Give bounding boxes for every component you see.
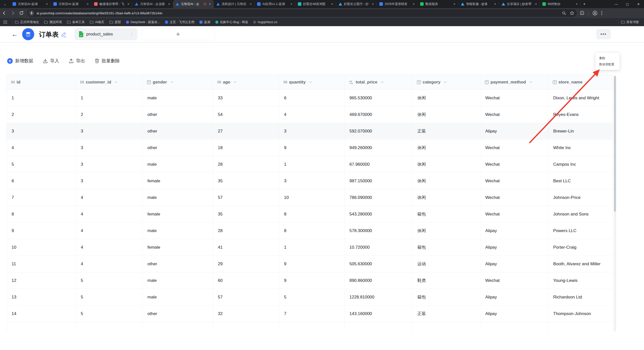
table-cell[interactable]: 12: [7, 272, 76, 289]
table-cell[interactable]: male: [142, 272, 213, 289]
tab-close-icon[interactable]: ✕: [208, 2, 212, 6]
tab-close-icon[interactable]: ✕: [45, 2, 49, 6]
chevron-down-icon[interactable]: [586, 81, 589, 83]
table-cell[interactable]: 4: [76, 256, 142, 272]
table-cell[interactable]: Johnson and Sons: [548, 206, 612, 223]
table-cell[interactable]: 57: [213, 189, 279, 206]
table-cell[interactable]: 箱包: [412, 239, 480, 256]
more-actions-button[interactable]: •••: [596, 29, 611, 39]
browser-tab[interactable]: 元智启AI - 企✕: [173, 0, 214, 8]
tab-close-icon[interactable]: ✕: [167, 2, 171, 6]
tab-close-icon[interactable]: ✕: [371, 2, 375, 6]
add-circle-button[interactable]: 新增数据: [7, 58, 33, 64]
column-header-category[interactable]: category: [412, 75, 480, 90]
column-header-age[interactable]: age: [213, 75, 279, 90]
trash-button[interactable]: 批量删除: [95, 58, 120, 64]
table-cell[interactable]: 505.630000: [344, 256, 412, 272]
chevron-down-icon[interactable]: [233, 81, 236, 83]
table-cell[interactable]: Dixon, Lewis and Wright: [548, 90, 612, 106]
tab-close-icon[interactable]: ✕: [575, 2, 579, 6]
table-cell[interactable]: 2: [7, 106, 76, 123]
tab-close-icon[interactable]: ✕: [127, 2, 130, 6]
table-cell[interactable]: 10: [7, 239, 76, 256]
table-cell[interactable]: other: [142, 256, 213, 272]
table-cell[interactable]: Porter-Craig: [548, 239, 612, 256]
table-cell[interactable]: 休闲: [412, 140, 480, 156]
table-cell[interactable]: 35: [213, 173, 279, 189]
browser-tab[interactable]: 元智启AI-蓝湖✕: [10, 0, 51, 8]
table-cell[interactable]: 5: [7, 156, 76, 173]
tab-close-icon[interactable]: ✕: [330, 2, 334, 6]
table-cell[interactable]: 9: [279, 272, 344, 289]
bookmark-item[interactable]: DeepSeek - 探索未...: [126, 20, 160, 24]
table-cell[interactable]: Booth, Alvarez and Miller: [548, 256, 612, 272]
table-cell[interactable]: 正装: [412, 305, 480, 322]
close-button[interactable]: ✕: [633, 0, 644, 8]
browser-tab[interactable]: 敏捷项目管理 - 飞✕: [92, 0, 132, 8]
table-cell[interactable]: female: [142, 239, 213, 256]
table-cell[interactable]: 5: [76, 305, 142, 322]
bookmark-item[interactable]: 正式环境地址: [15, 20, 39, 24]
page-back-icon[interactable]: ←: [10, 30, 19, 39]
bookmark-item[interactable]: 主页 - 飞书云文档: [165, 20, 194, 24]
vertical-scrollbar[interactable]: [614, 75, 616, 331]
table-cell[interactable]: 4: [76, 189, 142, 206]
table-cell[interactable]: Young-Lewis: [548, 272, 612, 289]
table-cell[interactable]: 6: [279, 90, 344, 106]
menu-item-删除[interactable]: 删除: [595, 55, 620, 61]
table-cell[interactable]: [344, 322, 412, 331]
bookmark-star-icon[interactable]: [570, 11, 574, 15]
table-cell[interactable]: 57: [213, 289, 279, 305]
table-cell[interactable]: Alipay: [480, 305, 548, 322]
table-cell[interactable]: 33: [213, 90, 279, 106]
browser-tab[interactable]: 分享项目 | 妙多帮✕: [499, 0, 540, 8]
table-cell[interactable]: 9: [279, 140, 344, 156]
table-cell[interactable]: 18: [213, 140, 279, 156]
table-cell[interactable]: Johnson-Price: [548, 189, 612, 206]
import-button[interactable]: 导入: [43, 58, 59, 64]
table-cell[interactable]: White Inc: [548, 140, 612, 156]
bookmark-item[interactable]: 原型: [109, 20, 121, 24]
scrollbar-thumb[interactable]: [614, 76, 616, 212]
table-cell[interactable]: other: [142, 106, 213, 123]
browser-menu-kebab-icon[interactable]: [601, 11, 602, 15]
table-cell[interactable]: Wechat: [480, 106, 548, 123]
column-header-quantity[interactable]: quantity: [279, 75, 344, 90]
table-cell[interactable]: 3: [76, 173, 142, 189]
tab-close-icon[interactable]: ✕: [86, 2, 90, 6]
table-cell[interactable]: 28: [213, 223, 279, 239]
mic-icon[interactable]: [29, 10, 34, 16]
table-cell[interactable]: 4: [7, 140, 76, 156]
table-cell[interactable]: 3: [76, 140, 142, 156]
table-cell[interactable]: Reyes-Evans: [548, 106, 612, 123]
table-cell[interactable]: 休闲: [412, 106, 480, 123]
table-tab-menu-icon[interactable]: ⋮: [130, 32, 134, 36]
table-cell[interactable]: [142, 322, 213, 331]
column-header-id[interactable]: id: [7, 75, 76, 90]
table-cell[interactable]: male: [142, 289, 213, 305]
table-cell[interactable]: 543.280000: [344, 206, 412, 223]
table-cell[interactable]: 5: [76, 289, 142, 305]
browser-tab[interactable]: AI应用v1.1-蓝湖✕: [255, 0, 295, 8]
table-cell[interactable]: other: [142, 140, 213, 156]
add-table-tab-button[interactable]: +: [141, 28, 215, 40]
chevron-down-icon[interactable]: [381, 81, 384, 83]
export-button[interactable]: 导出: [69, 58, 85, 64]
table-cell[interactable]: Brewer-Lin: [548, 123, 612, 140]
profile-avatar-icon[interactable]: [592, 11, 597, 16]
table-cell[interactable]: 正装: [412, 123, 480, 140]
table-cell[interactable]: Alipay: [480, 256, 548, 272]
table-cell[interactable]: Alipay: [480, 289, 548, 305]
table-cell[interactable]: male: [142, 189, 213, 206]
table-cell[interactable]: 休闲: [412, 173, 480, 189]
browser-tab[interactable]: 流程设计 | 元智启✕: [214, 0, 255, 8]
table-cell[interactable]: 35: [213, 206, 279, 223]
browser-tab[interactable]: 智能客服 - 妙多✕: [458, 0, 499, 8]
maximize-button[interactable]: ▢: [622, 0, 633, 8]
browser-tab[interactable]: 好医生IM咨询医✕: [295, 0, 336, 8]
column-header-customer_id[interactable]: customer_id: [76, 75, 142, 90]
table-cell[interactable]: Wechat: [480, 156, 548, 173]
rename-pencil-icon[interactable]: [61, 31, 67, 37]
table-cell[interactable]: 3: [76, 156, 142, 173]
table-cell[interactable]: 休闲: [412, 90, 480, 106]
